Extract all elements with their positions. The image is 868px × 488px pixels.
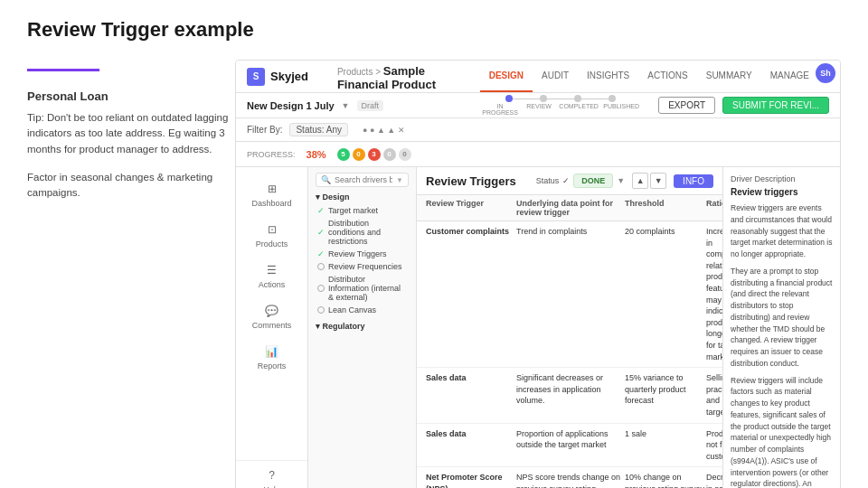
table-panel: Review Triggers Status ✓ DONE ▼ ▲ ▼	[417, 167, 722, 488]
progress-label: PROGRESS:	[247, 150, 296, 159]
progress-percent: 38%	[307, 149, 326, 160]
design-item-label-4: Review Frequencies	[328, 262, 402, 271]
tab-manage[interactable]: MANAGE	[761, 61, 818, 92]
nav-up-button[interactable]: ▲	[632, 173, 648, 189]
info-para-3: Review triggers will include factors suc…	[731, 375, 833, 489]
sidebar-item-help[interactable]: ? Help	[236, 461, 307, 488]
sidebar-item-reports[interactable]: 📊 Reports	[236, 337, 307, 378]
design-item-label-2: Distribution conditions and restrictions	[328, 219, 407, 246]
sidebar-label-actions: Actions	[259, 280, 286, 289]
dashboard-icon: ⊞	[265, 182, 279, 196]
pdot-grey-2: 0	[399, 148, 411, 161]
design-item-review-triggers[interactable]: ✓ Review Triggers	[316, 248, 409, 260]
sidebar-label-comments: Comments	[252, 321, 292, 330]
tab-bar: DESIGN AUDIT INSIGHTS ACTIONS SUMMARY MA…	[469, 61, 829, 92]
step-label-1: IN PROGRESS	[479, 103, 521, 116]
status-chevron-icon: ▼	[617, 176, 625, 185]
step-dot-1	[505, 95, 513, 102]
page-container: Review Trigger example Personal Loan Tip…	[0, 0, 868, 488]
search-input[interactable]	[335, 175, 392, 184]
row3-data-point: Proportion of applications outside the t…	[516, 428, 625, 463]
tab-design[interactable]: DESIGN	[480, 61, 533, 92]
col-header-trigger: Review Trigger	[426, 199, 516, 217]
sidebar-bottom: ? Help ⚙ Settings ⏻ Logout ‹	[236, 460, 307, 488]
circle-icon-2	[317, 285, 325, 292]
breadcrumb-products: Products >	[337, 67, 381, 77]
table-row: Customer complaints Trend in complaints …	[417, 221, 722, 368]
design-panel: 🔍 ▼ ▾ Design ✓ Target market ✓	[308, 167, 417, 488]
row4-data-point: NPS score trends change on previous surv…	[516, 472, 625, 488]
triggers-title: Review Triggers	[426, 174, 516, 188]
sidebar-label-reports: Reports	[258, 361, 287, 371]
sidebar-item-dashboard[interactable]: ⊞ Dashboard	[236, 174, 307, 215]
row4-trigger: Net Promoter Score (NPS)	[426, 472, 516, 488]
progress-dots: 5 0 3 0 0	[337, 148, 411, 161]
status-done: DONE	[573, 174, 613, 188]
reports-icon: 📊	[265, 344, 279, 359]
table-header: Review Trigger Underlying data point for…	[417, 195, 722, 221]
export-button[interactable]: EXPORT	[658, 97, 715, 114]
pdot-yellow-1: 0	[353, 148, 365, 161]
info-para-1: Review triggers are events and circumsta…	[731, 202, 833, 260]
pdot-grey-1: 0	[383, 148, 396, 161]
tab-actions[interactable]: ACTIONS	[638, 61, 696, 92]
sidebar-item-products[interactable]: ⊡ Products	[236, 215, 307, 256]
sidebar-item-comments[interactable]: 💬 Comments	[236, 296, 307, 337]
step-dot-2	[540, 95, 547, 102]
circle-icon-1	[317, 263, 325, 270]
status-badge-area: Status ✓ DONE ▼	[536, 174, 625, 188]
row3-rationale: Product not fit for customer	[706, 428, 722, 463]
step-line-3	[581, 99, 609, 99]
step-line-2	[547, 99, 574, 99]
info-para-2: They are a prompt to stop distributing a…	[731, 266, 833, 370]
row4-threshold: 10% change on previous rating survey.	[625, 472, 706, 488]
design-item-label-6: Lean Canvas	[328, 305, 376, 314]
tab-audit[interactable]: AUDIT	[533, 61, 578, 92]
pdot-red-1: 3	[368, 148, 381, 161]
app-logo: S Skyjed	[247, 68, 308, 86]
step-label-4: PUBLISHED	[600, 103, 642, 116]
table-row: Sales data Significant decreases or incr…	[417, 368, 722, 423]
driver-description-label: Driver Description	[731, 174, 833, 183]
submit-button[interactable]: SUBMIT FOR REVI...	[722, 97, 829, 114]
tab-summary[interactable]: SUMMARY	[697, 61, 761, 92]
filter-value[interactable]: Status: Any	[289, 123, 348, 136]
design-item-label-1: Target market	[328, 206, 378, 215]
row4-rationale: Decrease in score may indicate product n…	[706, 472, 722, 488]
purple-divider	[27, 69, 99, 71]
design-item-review-frequencies[interactable]: Review Frequencies	[316, 260, 409, 273]
filter-dots: ● ● ▲ ▲ ✕	[363, 126, 405, 135]
app-body: ⊞ Dashboard ⊡ Products ☰ Actions 💬 Comme…	[236, 167, 840, 488]
step-labels: IN PROGRESS REVIEW COMPLETED PUBLISHED	[479, 103, 642, 116]
info-button[interactable]: INFO	[674, 174, 713, 188]
products-icon: ⊡	[265, 222, 279, 237]
factor-text: Factor in seasonal changes & marketing c…	[27, 170, 235, 202]
app-logo-text: Skyjed	[270, 70, 308, 83]
circle-icon-3	[317, 306, 325, 314]
row2-data-point: Significant decreases or increases in ap…	[516, 372, 625, 418]
row1-rationale: Increase in complaints relating to produ…	[706, 226, 722, 362]
pdot-green-1: 5	[337, 148, 350, 161]
design-item-distributor-info[interactable]: Distributor Information (internal & exte…	[316, 273, 409, 304]
app-topbar: S Skyjed Products > Sample Financial Pro…	[236, 61, 840, 93]
sidebar-item-actions[interactable]: ☰ Actions	[236, 256, 307, 296]
note-heading: Personal Loan	[27, 89, 235, 103]
search-bar[interactable]: 🔍 ▼	[316, 173, 409, 187]
row1-trigger: Customer complaints	[426, 226, 516, 362]
design-section-header: ▾ Design	[316, 192, 409, 202]
nav-down-button[interactable]: ▼	[650, 173, 666, 189]
content-panels: 🔍 ▼ ▾ Design ✓ Target market ✓	[308, 167, 840, 488]
design-item-label-3: Review Triggers	[328, 249, 387, 258]
col-header-rationale: Rationale	[706, 199, 722, 217]
design-item-lean-canvas[interactable]: Lean Canvas	[316, 304, 409, 316]
sidebar-label-dashboard: Dashboard	[251, 199, 291, 208]
tab-insights[interactable]: INSIGHTS	[578, 61, 638, 92]
design-item-distribution[interactable]: ✓ Distribution conditions and restrictio…	[316, 217, 409, 248]
search-icon: 🔍	[321, 175, 331, 184]
row1-threshold: 20 complaints	[625, 226, 706, 362]
design-item-target-market[interactable]: ✓ Target market	[316, 204, 409, 217]
app-logo-icon: S	[247, 68, 265, 86]
regulatory-section-header: ▾ Regulatory	[316, 322, 409, 331]
row1-data-point: Trend in complaints	[516, 226, 625, 362]
breadcrumb: Products > Sample Financial Product	[326, 60, 469, 95]
